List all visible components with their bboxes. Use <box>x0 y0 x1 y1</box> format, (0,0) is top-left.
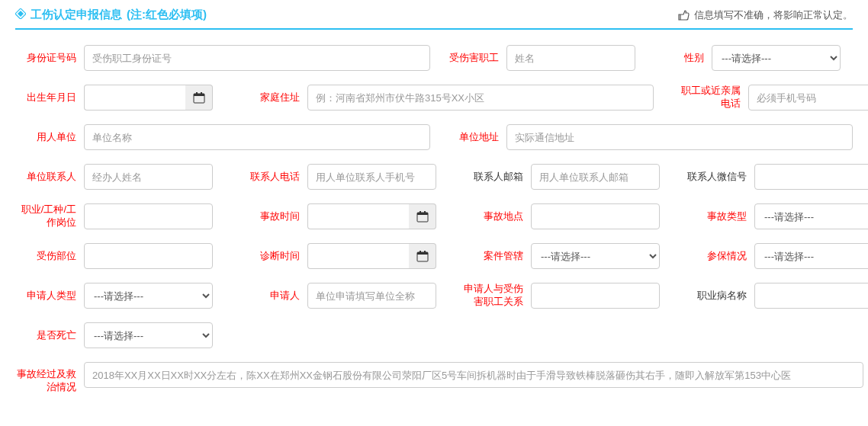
calendar-icon <box>416 250 429 262</box>
disease-name-input[interactable] <box>754 283 868 309</box>
panel-hint: 信息填写不准确，将影响正常认定。 <box>677 8 853 22</box>
svg-rect-11 <box>417 252 428 255</box>
diagnosis-time-input[interactable] <box>307 243 409 269</box>
diamond-icon <box>15 8 26 21</box>
label-accident-type: 事故类型 <box>686 210 754 223</box>
svg-rect-13 <box>424 251 426 253</box>
is-death-select[interactable]: ---请选择--- <box>84 322 213 348</box>
home-address-input[interactable] <box>307 85 654 111</box>
label-disease-name: 职业病名称 <box>686 290 754 303</box>
svg-rect-12 <box>420 251 421 253</box>
label-birth-date: 出生年月日 <box>15 91 84 104</box>
thumbs-up-icon <box>677 9 690 21</box>
case-jurisdiction-select[interactable]: ---请选择--- <box>531 243 660 269</box>
label-employer-address: 单位地址 <box>438 131 506 144</box>
label-accident-location: 事故地点 <box>462 210 531 223</box>
applicant-type-select[interactable]: ---请选择--- <box>84 283 213 309</box>
accident-desc-input[interactable] <box>84 362 863 388</box>
id-number-input[interactable] <box>84 45 430 71</box>
svg-rect-5 <box>201 92 202 94</box>
accident-time-input[interactable] <box>307 203 409 229</box>
hint-text: 信息填写不准确，将影响正常认定。 <box>694 8 853 22</box>
label-accident-desc: 事故经过及救治情况 <box>15 362 84 394</box>
label-is-death: 是否死亡 <box>15 329 84 342</box>
insurance-status-select[interactable]: ---请选择--- <box>754 243 868 269</box>
applicant-relation-input[interactable] <box>531 283 660 309</box>
occupation-input[interactable] <box>84 203 213 229</box>
diagnosis-time-picker-button[interactable] <box>409 243 436 269</box>
label-applicant: 申请人 <box>239 290 307 303</box>
label-accident-time: 事故时间 <box>239 210 307 223</box>
gender-select[interactable]: ---请选择--- <box>712 45 841 71</box>
panel-title: 工伤认定申报信息 (注:红色必填项) <box>15 8 207 22</box>
accident-location-input[interactable] <box>531 203 660 229</box>
birth-date-input[interactable] <box>84 85 185 111</box>
svg-rect-8 <box>420 211 421 213</box>
injury-part-input[interactable] <box>84 243 213 269</box>
contact-email-input[interactable] <box>531 164 660 190</box>
label-applicant-relation: 申请人与受伤害职工关系 <box>462 283 531 309</box>
accident-time-picker-button[interactable] <box>409 203 436 229</box>
contact-person-input[interactable] <box>84 164 213 190</box>
label-diagnosis-time: 诊断时间 <box>239 250 307 263</box>
relative-phone-input[interactable] <box>748 85 868 111</box>
label-case-jurisdiction: 案件管辖 <box>462 250 531 263</box>
label-home-address: 家庭住址 <box>239 91 307 104</box>
label-injury-part: 受伤部位 <box>15 250 84 263</box>
applicant-input[interactable] <box>307 283 436 309</box>
employer-input[interactable] <box>84 124 430 150</box>
svg-rect-3 <box>194 94 204 96</box>
svg-rect-1 <box>18 11 24 17</box>
calendar-icon <box>193 91 205 104</box>
contact-wechat-input[interactable] <box>754 164 868 190</box>
panel-header: 工伤认定申报信息 (注:红色必填项) 信息填写不准确，将影响正常认定。 <box>15 8 853 30</box>
calendar-icon <box>416 210 429 223</box>
label-id-number: 身份证号码 <box>15 52 84 65</box>
label-contact-phone: 联系人电话 <box>239 171 307 184</box>
birth-date-picker-button[interactable] <box>185 85 213 111</box>
accident-type-select[interactable]: ---请选择--- <box>754 203 868 229</box>
injured-worker-input[interactable] <box>506 45 635 71</box>
label-applicant-type: 申请人类型 <box>15 290 84 303</box>
title-note: (注:红色必填项) <box>127 8 207 22</box>
contact-phone-input[interactable] <box>307 164 436 190</box>
label-contact-email: 联系人邮箱 <box>462 171 531 184</box>
svg-rect-4 <box>196 92 198 94</box>
svg-rect-9 <box>424 211 426 213</box>
label-contact-wechat: 联系人微信号 <box>686 171 754 184</box>
employer-address-input[interactable] <box>506 124 853 150</box>
title-text: 工伤认定申报信息 <box>31 8 122 22</box>
label-relative-phone: 职工或近亲属电话 <box>680 85 748 111</box>
label-insurance-status: 参保情况 <box>686 250 754 263</box>
label-gender: 性别 <box>643 52 712 65</box>
svg-rect-7 <box>417 213 428 215</box>
label-injured-worker: 受伤害职工 <box>438 52 506 65</box>
label-employer: 用人单位 <box>15 131 84 144</box>
label-contact-person: 单位联系人 <box>15 171 84 184</box>
label-occupation: 职业/工种/工作岗位 <box>15 203 84 229</box>
